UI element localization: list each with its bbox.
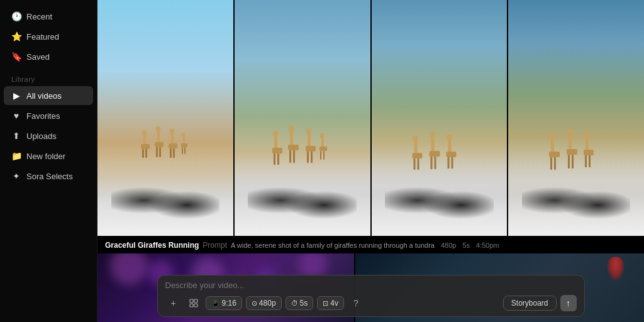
upload-button[interactable]: ↑: [560, 295, 577, 311]
svg-rect-64: [572, 155, 574, 169]
resolution-tag[interactable]: ⊙ 480p: [246, 296, 282, 310]
svg-rect-19: [184, 147, 186, 154]
svg-rect-57: [549, 152, 560, 157]
svg-rect-13: [170, 148, 172, 158]
dark-patches-1: [111, 177, 220, 224]
svg-rect-33: [307, 152, 309, 163]
svg-rect-47: [430, 151, 440, 157]
svg-rect-11: [170, 129, 174, 133]
sidebar-item-featured[interactable]: ⭐ Featured: [4, 27, 93, 46]
svg-rect-8: [156, 147, 158, 157]
saved-icon: 🔖: [11, 52, 21, 62]
svg-rect-52: [447, 152, 457, 157]
svg-rect-26: [289, 126, 294, 131]
sidebar-item-all-videos[interactable]: ▶ All videos: [4, 86, 93, 105]
video-time: 4:50pm: [476, 242, 499, 249]
svg-rect-62: [567, 149, 577, 155]
svg-rect-39: [323, 151, 325, 160]
main-content: Graceful Giraffes Running Prompt A wide,…: [97, 0, 644, 322]
video-resolution: 480p: [441, 242, 456, 249]
svg-rect-4: [145, 149, 147, 158]
svg-rect-54: [452, 157, 453, 169]
storyboard-button[interactable]: Storyboard: [503, 296, 557, 311]
svg-rect-45: [431, 137, 435, 152]
add-button[interactable]: +: [165, 295, 182, 311]
svg-rect-21: [273, 131, 278, 136]
input-bar[interactable]: Describe your video... + 📱 9:16: [157, 275, 585, 317]
upload-icon: ↑: [566, 298, 570, 308]
sidebar-item-sora-selects[interactable]: ✦ Sora Selects: [4, 167, 93, 186]
dark-patches-2: [248, 177, 357, 224]
video-title: Graceful Giraffes Running: [105, 241, 199, 250]
prompt-label: Prompt: [203, 241, 227, 250]
sidebar: 🕐 Recent ⭐ Featured 🔖 Saved Library ▶ Al…: [0, 0, 97, 322]
svg-rect-73: [194, 304, 197, 307]
sidebar-item-favorites-label: Favorites: [26, 111, 60, 121]
svg-rect-38: [320, 151, 321, 160]
svg-rect-67: [584, 150, 594, 155]
svg-rect-1: [142, 130, 147, 135]
svg-rect-2: [141, 144, 150, 149]
storyboard-label: Storyboard: [511, 299, 548, 308]
sidebar-item-new-folder[interactable]: 📁 New folder: [4, 147, 93, 165]
svg-rect-28: [289, 150, 291, 163]
svg-rect-6: [156, 126, 160, 131]
input-placeholder: Describe your video...: [165, 280, 577, 290]
sidebar-item-recent[interactable]: 🕐 Recent: [4, 7, 93, 26]
giraffe-svg-1: [137, 115, 194, 165]
sidebar-item-uploads[interactable]: ⬆ Uploads: [4, 126, 93, 145]
svg-rect-65: [586, 136, 589, 151]
all-videos-icon: ▶: [11, 91, 21, 101]
svg-rect-63: [568, 155, 570, 169]
svg-rect-59: [554, 157, 556, 170]
aspect-ratio-tag[interactable]: 📱 9:16: [206, 296, 242, 310]
video-panel-3[interactable]: [372, 0, 508, 236]
input-text-row: Describe your video...: [165, 280, 577, 290]
svg-rect-18: [182, 147, 183, 154]
svg-rect-55: [551, 138, 554, 153]
video-panel-1[interactable]: [97, 0, 233, 236]
svg-rect-9: [159, 147, 161, 157]
svg-rect-25: [290, 131, 293, 146]
video-panel-4[interactable]: [508, 0, 644, 236]
svg-rect-23: [274, 153, 275, 165]
sidebar-item-saved[interactable]: 🔖 Saved: [4, 47, 93, 66]
sidebar-item-favorites[interactable]: ♥ Favorites: [4, 106, 93, 125]
aspect-ratio-label: 9:16: [222, 299, 236, 308]
timer-icon: ⏱: [291, 299, 298, 307]
svg-rect-12: [169, 143, 177, 148]
svg-rect-53: [448, 157, 450, 169]
svg-rect-16: [182, 133, 185, 136]
sidebar-item-all-videos-label: All videos: [26, 91, 62, 101]
frames-icon: ⊡: [323, 299, 328, 308]
svg-rect-72: [190, 304, 193, 307]
uploads-icon: ⬆: [11, 131, 21, 141]
help-button[interactable]: ?: [348, 295, 364, 311]
video-info-bar: Graceful Giraffes Running Prompt A wide,…: [97, 236, 644, 253]
frames-tag[interactable]: ⊡ 4v: [317, 296, 344, 310]
svg-rect-31: [306, 129, 311, 134]
svg-rect-71: [194, 299, 197, 303]
svg-rect-32: [306, 146, 316, 152]
storyboard-icon-button[interactable]: [186, 295, 202, 311]
svg-rect-36: [320, 133, 324, 138]
grid-icon: [189, 299, 198, 308]
sidebar-item-saved-label: Saved: [26, 52, 50, 62]
svg-rect-50: [448, 139, 452, 153]
giraffe-svg-2: [271, 113, 334, 170]
recent-icon: 🕐: [11, 11, 21, 21]
svg-rect-48: [431, 157, 433, 169]
video-panel-2[interactable]: [235, 0, 370, 236]
duration-tag[interactable]: ⏱ 5s: [286, 296, 314, 310]
svg-rect-3: [142, 149, 144, 158]
sidebar-item-uploads-label: Uploads: [26, 131, 57, 141]
svg-rect-27: [288, 145, 299, 150]
sidebar-item-featured-label: Featured: [26, 32, 59, 42]
svg-rect-43: [414, 158, 416, 170]
svg-rect-20: [274, 135, 277, 149]
svg-rect-58: [550, 157, 552, 170]
svg-rect-44: [418, 158, 419, 170]
svg-rect-7: [155, 142, 164, 147]
sidebar-item-new-folder-label: New folder: [26, 152, 65, 161]
svg-rect-17: [181, 143, 187, 147]
